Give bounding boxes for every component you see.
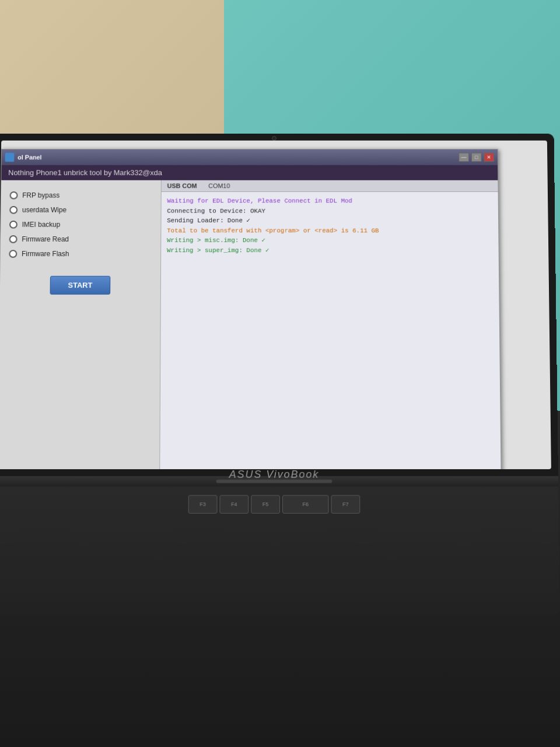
log-line-1: Waiting for EDL Device, Please Connect i… (167, 197, 492, 207)
key-f4[interactable]: F4 (219, 495, 249, 514)
screen-panel: ol Panel — □ ✕ Nothing Phone1 unbrick to… (0, 134, 558, 476)
com-port: COM10 (208, 183, 230, 190)
app-body: FRP bypass userdata Wipe IMEI backup (0, 180, 501, 469)
console-output: Waiting for EDL Device, Please Connect i… (160, 192, 501, 469)
keyboard-rows: F3 F4 F5 F6 F7 (7, 495, 541, 516)
key-f5[interactable]: F5 (251, 495, 280, 514)
key-f7-label: F7 (342, 501, 348, 507)
key-f4-label: F4 (231, 501, 237, 507)
log-line-3: Sending Loader: Done ✓ (167, 217, 492, 226)
key-f6-label: F6 (302, 501, 308, 507)
key-f3[interactable]: F3 (188, 495, 218, 514)
label-firmware-flash: Firmware Flash (22, 250, 69, 258)
app-subtitle: ol Panel (18, 154, 41, 160)
radio-imei-backup[interactable] (9, 221, 18, 228)
label-firmware-read: Firmware Read (22, 235, 69, 243)
log-line-5: Writing > misc.img: Done ✓ (167, 236, 493, 246)
label-userdata-wipe: userdata Wipe (22, 206, 66, 214)
window-controls: — □ ✕ (459, 153, 494, 162)
laptop-brand-label: ASUS VivoBook (229, 469, 320, 481)
option-firmware-flash[interactable]: Firmware Flash (9, 250, 152, 258)
option-frp-bypass[interactable]: FRP bypass (10, 191, 152, 199)
title-bar-left: ol Panel (5, 153, 42, 162)
function-key-row: F3 F4 F5 F6 F7 (7, 495, 541, 514)
key-f5-label: F5 (262, 501, 268, 507)
option-imei-backup[interactable]: IMEI backup (9, 221, 152, 228)
option-userdata-wipe[interactable]: userdata Wipe (9, 206, 152, 214)
app-header: Nothing Phone1 unbrick tool by Mark332@x… (1, 165, 498, 180)
usb-com-label: USB COM (167, 183, 197, 190)
screen: ol Panel — □ ✕ Nothing Phone1 unbrick to… (0, 141, 551, 469)
webcam (272, 136, 276, 141)
log-line-2: Connecting to Device: OKAY (167, 207, 492, 217)
laptop: ol Panel — □ ✕ Nothing Phone1 unbrick to… (0, 134, 560, 614)
keyboard-panel: F3 F4 F5 F6 F7 (0, 487, 560, 614)
log-line-6: Writing > super_img: Done ✓ (167, 246, 493, 256)
right-panel: USB COM COM10 Waiting for EDL Device, Pl… (160, 180, 501, 469)
key-f3-label: F3 (200, 501, 205, 507)
app-window: ol Panel — □ ✕ Nothing Phone1 unbrick to… (0, 149, 502, 469)
radio-userdata-wipe[interactable] (9, 206, 18, 214)
key-f7[interactable]: F7 (331, 495, 360, 514)
start-button[interactable]: START (50, 276, 110, 295)
option-firmware-read[interactable]: Firmware Read (9, 235, 152, 243)
minimize-button[interactable]: — (459, 153, 469, 162)
left-panel: FRP bypass userdata Wipe IMEI backup (0, 180, 162, 469)
console-header: USB COM COM10 (162, 180, 498, 192)
radio-frp-bypass[interactable] (10, 191, 18, 199)
label-frp-bypass: FRP bypass (22, 191, 60, 199)
radio-firmware-read[interactable] (9, 235, 18, 243)
app-icon (5, 153, 15, 162)
label-imei-backup: IMEI backup (22, 221, 61, 228)
app-title: Nothing Phone1 unbrick tool by Mark332@x… (8, 169, 162, 177)
close-button[interactable]: ✕ (484, 153, 494, 162)
title-bar: ol Panel — □ ✕ (2, 149, 498, 165)
maximize-button[interactable]: □ (471, 153, 482, 162)
log-line-4: Total to be tansferd with <program> or <… (167, 226, 492, 236)
radio-firmware-flash[interactable] (9, 250, 17, 258)
key-f6[interactable]: F6 (282, 495, 329, 514)
